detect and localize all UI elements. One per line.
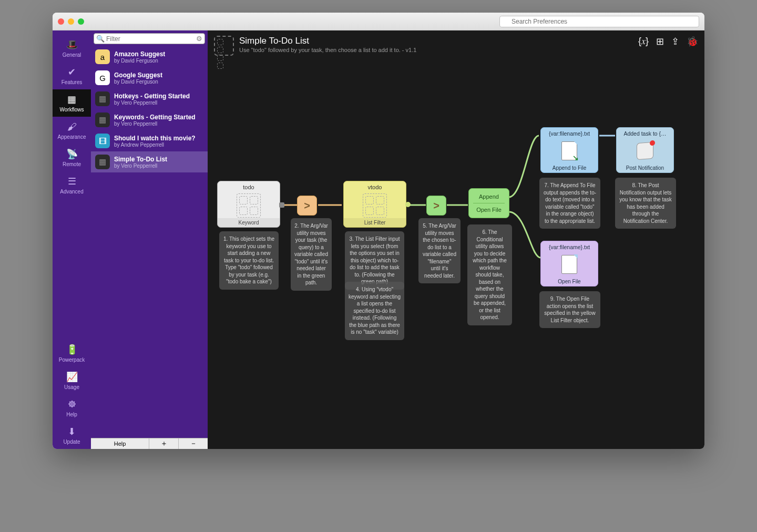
wf-author: by David Ferguson	[114, 79, 162, 85]
cond-openfile: Open File	[470, 206, 507, 214]
grid-icon: ▦	[95, 112, 110, 127]
share-button[interactable]: ⇪	[671, 36, 679, 47]
list-filter-node[interactable]: vtodo List Filter	[343, 181, 406, 228]
sidebar-item-label: Remote	[53, 161, 91, 167]
remote-icon: 📡	[53, 147, 91, 161]
debug-button[interactable]: 🐞	[687, 36, 698, 47]
titlebar: 🔍	[53, 13, 704, 30]
sidebar-item-features[interactable]: ✔ Features	[53, 62, 91, 89]
wf-title: Simple To-Do List	[114, 156, 167, 163]
note-8[interactable]: 8. The Post Notification output lets you…	[615, 178, 676, 229]
body: 🎩 General ✔ Features ▦ Workflows 🖌 Appea…	[53, 30, 704, 449]
amazon-icon: a	[95, 49, 110, 64]
minimize-window-button[interactable]	[68, 18, 74, 25]
wf-title: Google Suggest	[114, 71, 162, 79]
argvar-orange[interactable]: >	[297, 196, 317, 216]
note-3[interactable]: 3. The List Filter input lets you select…	[345, 231, 404, 290]
notif-foot: Post Notification	[617, 163, 673, 172]
notification-icon	[637, 142, 653, 160]
sidebar-item-usage[interactable]: 📈 Usage	[53, 367, 91, 394]
sidebar-item-label: Update	[53, 439, 91, 445]
open-foot: Open File	[541, 277, 598, 286]
keyword-title: todo	[218, 181, 280, 193]
wf-author: by Vero Pepperrell	[114, 100, 190, 106]
conditional-node[interactable]: Append Open File	[468, 188, 509, 218]
workflow-title: Simple To-Do List	[239, 36, 416, 46]
note-6[interactable]: 6. The Conditional utility allows you to…	[467, 224, 512, 325]
wf-title: Hotkeys - Getting Started	[114, 93, 190, 100]
sidebar-item-label: Usage	[53, 384, 91, 390]
download-icon: ⬇	[53, 425, 91, 438]
search-preferences-wrap: 🔍	[499, 16, 699, 27]
note-2[interactable]: 2. The Arg/Var utility moves your task (…	[291, 218, 332, 291]
note-1[interactable]: 1. This object sets the keyword you use …	[219, 231, 279, 290]
grid-icon: ▦	[95, 91, 110, 106]
sliders-icon: ☰	[53, 175, 91, 188]
traffic-lights	[58, 18, 84, 25]
film-icon: 🎞	[95, 134, 110, 148]
wf-author: by Vero Pepperrell	[114, 163, 167, 169]
add-object-button[interactable]: ⊞	[656, 36, 664, 47]
sidebar-item-powerpack[interactable]: 🔋 Powerpack	[53, 340, 91, 367]
wf-author: by Andrew Pepperrell	[114, 142, 196, 148]
sidebar-item-label: Appearance	[53, 134, 91, 140]
sidebar-item-label: Workflows	[53, 107, 91, 112]
sidebar-item-general[interactable]: 🎩 General	[53, 35, 91, 62]
sidebar-item-advanced[interactable]: ☰ Advanced	[53, 171, 91, 199]
workflow-filter-input[interactable]	[106, 35, 195, 43]
post-notification-node[interactable]: Added task to {… Post Notification	[616, 127, 674, 173]
output-port[interactable]	[405, 202, 411, 207]
workflow-bottom-bar: Help ＋ －	[91, 438, 208, 449]
note-9[interactable]: 9. The Open File action opens the list s…	[539, 291, 600, 328]
grid-icon: ▦	[95, 155, 110, 169]
paint-roller-icon: 🖌	[53, 120, 91, 134]
sidebar-item-label: Advanced	[53, 189, 91, 195]
sidebar-item-help[interactable]: ☸ Help	[53, 394, 91, 422]
search-preferences-input[interactable]	[499, 16, 699, 27]
note-4[interactable]: 4. Using "vtodo" keyword and selecting a…	[345, 282, 404, 340]
workflow-canvas[interactable]: Simple To-Do List Use "todo" followed by…	[208, 30, 704, 449]
note-5[interactable]: 5. The Arg/Var utility moves the chosen …	[418, 218, 461, 283]
check-icon: ✔	[53, 65, 91, 79]
battery-icon: 🔋	[53, 343, 91, 356]
sidebar-item-appearance[interactable]: 🖌 Appearance	[53, 117, 91, 144]
workflow-subtitle: Use "todo" followed by your task, then c…	[239, 47, 416, 53]
close-window-button[interactable]	[58, 18, 64, 25]
canvas-tools: {𝑥} ⊞ ⇪ 🐞	[638, 36, 698, 47]
sidebar-item-label: Help	[53, 412, 91, 417]
workflow-item-simple-todo[interactable]: ▦ Simple To-Do Listby Vero Pepperrell	[91, 151, 208, 172]
sidebar-item-update[interactable]: ⬇ Update	[53, 422, 91, 449]
workflow-item-amazon-suggest[interactable]: a Amazon Suggestby David Ferguson	[91, 46, 208, 67]
workflow-item-movie[interactable]: 🎞 Should I watch this movie?by Andrew Pe…	[91, 130, 208, 151]
keyword-node[interactable]: todo Keyword	[217, 181, 280, 228]
variables-button[interactable]: {𝑥}	[638, 36, 649, 47]
sidebar-item-label: Powerpack	[53, 357, 91, 363]
wf-author: by Vero Pepperrell	[114, 121, 196, 127]
sidebar-item-label: General	[53, 52, 91, 58]
argvar-green[interactable]: >	[426, 196, 446, 216]
note-7[interactable]: 7. The Append To File output appends the…	[539, 178, 600, 229]
wf-title: Amazon Suggest	[114, 50, 165, 58]
sidebar: 🎩 General ✔ Features ▦ Workflows 🖌 Appea…	[53, 30, 91, 449]
add-workflow-button[interactable]: ＋	[149, 438, 178, 449]
workflow-item-keywords[interactable]: ▦ Keywords - Getting Startedby Vero Pepp…	[91, 109, 208, 130]
help-button[interactable]: Help	[91, 438, 149, 449]
notif-title: Added task to {…	[617, 128, 673, 138]
workflow-item-hotkeys[interactable]: ▦ Hotkeys - Getting Startedby Vero Peppe…	[91, 88, 208, 109]
sidebar-item-workflows[interactable]: ▦ Workflows	[53, 89, 91, 117]
append-to-file-node[interactable]: {var:filename}.txt ↘ Append to File	[540, 127, 598, 173]
lifebuoy-icon: ☸	[53, 397, 91, 411]
remove-workflow-button[interactable]: －	[178, 438, 208, 449]
open-file-node[interactable]: {var:filename}.txt Open File	[540, 241, 598, 287]
gear-icon[interactable]: ⚙	[196, 35, 202, 43]
output-port[interactable]	[279, 202, 284, 208]
listfilter-title: vtodo	[344, 181, 406, 193]
zoom-window-button[interactable]	[78, 18, 84, 25]
listfilter-foot: List Filter	[344, 218, 406, 227]
canvas-header: Simple To-Do List Use "todo" followed by…	[208, 30, 704, 61]
wf-title: Should I watch this movie?	[114, 135, 196, 142]
workflow-filter: 🔍 ⚙	[94, 33, 205, 44]
sidebar-item-remote[interactable]: 📡 Remote	[53, 144, 91, 171]
append-foot: Append to File	[541, 163, 598, 172]
workflow-item-google-suggest[interactable]: G Google Suggestby David Ferguson	[91, 67, 208, 88]
